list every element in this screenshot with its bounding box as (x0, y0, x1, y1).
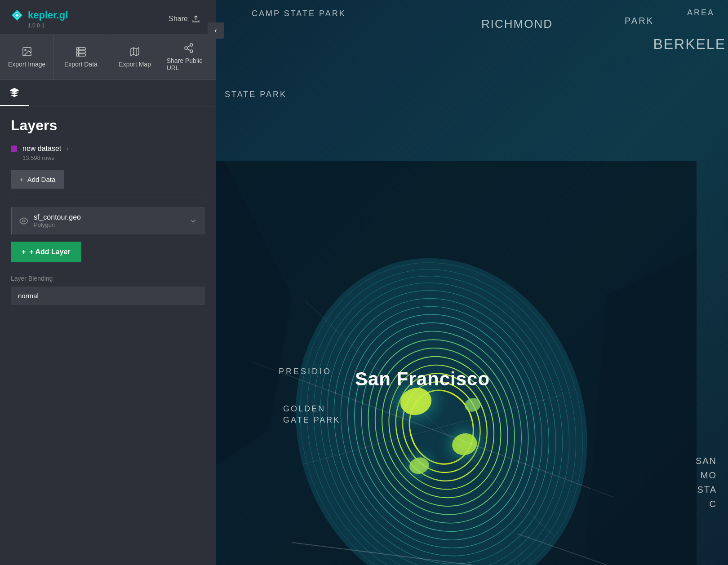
svg-point-4 (280, 247, 603, 565)
export-data-icon (75, 46, 86, 57)
map-label-san-mateo: SANMOSTAC (696, 454, 717, 511)
share-icon (191, 14, 200, 23)
add-layer-button[interactable]: + + Add Layer (11, 242, 81, 262)
svg-point-10 (332, 303, 551, 551)
svg-line-30 (517, 534, 607, 565)
svg-point-44 (190, 50, 193, 53)
export-image-label: Export Image (8, 61, 45, 68)
layers-icon (9, 87, 20, 98)
export-data-label: Export Data (64, 61, 98, 68)
layer-visibility-icon[interactable] (19, 216, 28, 225)
dataset-expand-icon[interactable]: › (67, 145, 69, 152)
layer-name: sf_contour.geo (34, 213, 183, 221)
svg-point-21 (390, 438, 448, 493)
dataset-rows-count: 13,598 rows (22, 154, 205, 161)
layer-item: sf_contour.geo Polygon (11, 207, 205, 234)
layers-title: Layers (11, 117, 205, 134)
svg-point-42 (190, 44, 193, 46)
share-public-url-label: Share Public URL (167, 57, 211, 71)
app-version: 1.0.0-1 (28, 22, 68, 29)
share-url-icon (183, 43, 194, 53)
svg-point-9 (323, 293, 560, 561)
export-data-button[interactable]: Export Data (54, 35, 108, 79)
svg-point-22 (397, 384, 435, 419)
add-data-button[interactable]: + Add Data (11, 170, 64, 189)
collapse-icon: ‹ (214, 26, 217, 35)
svg-point-7 (306, 274, 577, 565)
add-data-label: Add Data (27, 176, 56, 183)
kepler-logo-icon (11, 9, 23, 22)
svg-point-13 (358, 333, 525, 521)
add-layer-label: + Add Layer (29, 248, 70, 256)
add-layer-icon: + (22, 248, 26, 256)
svg-point-14 (367, 343, 516, 511)
share-button[interactable]: Share (164, 12, 205, 26)
map-label-state-park: STATE PARK (225, 90, 287, 99)
layer-info: sf_contour.geo Polygon (34, 213, 183, 228)
map-label-presidio: PRESIDIO (279, 367, 332, 376)
export-map-icon (129, 46, 140, 57)
map-label-park: PARK (625, 16, 654, 26)
sidebar: kepler.gl 1.0.0-1 Share Export Image (0, 0, 216, 565)
svg-point-23 (450, 431, 480, 458)
map-label-camp: CAMP STATE PARK (252, 9, 346, 18)
add-data-icon: + (20, 176, 24, 183)
tab-layers[interactable] (0, 80, 29, 106)
svg-point-25 (463, 396, 483, 413)
logo-row: kepler.gl (11, 9, 68, 22)
main-content: Layers new dataset › 13,598 rows + Add D… (0, 106, 216, 565)
svg-point-12 (349, 323, 534, 531)
map-label-golden-gate: GOLDENGATE PARK (283, 403, 340, 426)
svg-point-15 (375, 353, 508, 501)
map-label-area: AREA (687, 8, 715, 18)
dataset-row: new dataset › (11, 145, 205, 153)
share-public-url-button[interactable]: Share Public URL (162, 35, 216, 79)
svg-rect-38 (76, 54, 85, 56)
svg-point-8 (314, 283, 568, 565)
dataset-color-indicator (11, 146, 17, 152)
collapse-sidebar-button[interactable]: ‹ (208, 22, 224, 39)
svg-point-16 (384, 363, 499, 491)
svg-point-2 (264, 230, 619, 565)
svg-point-3 (272, 239, 611, 565)
svg-line-27 (305, 254, 555, 565)
map-label-san-francisco: San Francisco (355, 368, 490, 390)
svg-point-40 (78, 52, 79, 53)
svg-point-19 (373, 362, 459, 441)
app-name: kepler.gl (28, 9, 68, 21)
svg-point-6 (297, 265, 586, 565)
export-map-label: Export Map (119, 61, 151, 68)
svg-point-41 (78, 55, 79, 56)
svg-rect-36 (76, 48, 85, 50)
dataset-name[interactable]: new dataset (22, 145, 61, 153)
svg-point-18 (401, 383, 481, 472)
layer-blending-label: Layer Blending (11, 275, 205, 282)
svg-point-35 (25, 49, 26, 51)
layer-expand-icon[interactable] (189, 216, 198, 225)
layer-blending-select[interactable]: normal additive subtractive (11, 287, 205, 305)
svg-point-20 (430, 411, 500, 477)
svg-line-28 (302, 395, 563, 464)
svg-point-47 (23, 220, 25, 222)
svg-line-26 (252, 280, 614, 565)
svg-rect-37 (76, 51, 85, 53)
nav-tabs (0, 80, 216, 106)
svg-rect-0 (202, 161, 697, 565)
header: kepler.gl 1.0.0-1 Share (0, 0, 216, 35)
divider (11, 198, 205, 198)
share-label: Share (169, 15, 188, 23)
map-label-richmond: Richmond (481, 17, 553, 31)
layer-type: Polygon (34, 221, 183, 228)
svg-point-39 (78, 49, 79, 49)
export-image-button[interactable]: Export Image (0, 35, 54, 79)
svg-point-11 (340, 313, 542, 541)
export-map-button[interactable]: Export Map (108, 35, 162, 79)
svg-line-46 (187, 46, 191, 48)
svg-point-24 (408, 455, 431, 476)
logo-area: kepler.gl 1.0.0-1 (11, 9, 68, 29)
map-label-berkeley: Berkele (653, 36, 726, 53)
export-image-icon (22, 46, 32, 57)
svg-point-5 (289, 256, 594, 565)
svg-point-17 (393, 373, 490, 481)
svg-point-1 (258, 225, 625, 565)
